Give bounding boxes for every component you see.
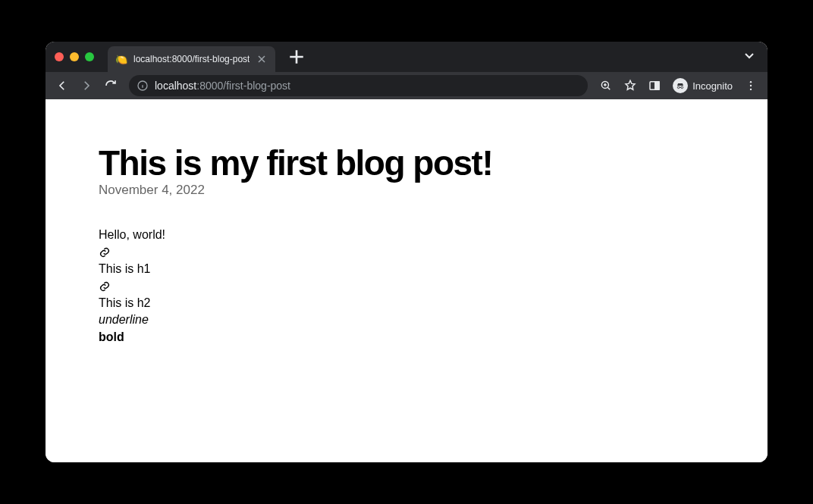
browser-tab[interactable]: 🍋 localhost:8000/first-blog-post bbox=[108, 46, 275, 72]
post-line-h2: This is h2 bbox=[99, 295, 714, 311]
svg-point-5 bbox=[681, 86, 683, 89]
titlebar: 🍋 localhost:8000/first-blog-post bbox=[46, 42, 767, 72]
post-title: This is my first blog post! bbox=[99, 145, 714, 181]
close-window-button[interactable] bbox=[55, 52, 64, 61]
post-line-bold: bold bbox=[99, 329, 714, 346]
new-tab-button[interactable] bbox=[286, 46, 307, 67]
post-line-hello: Hello, world! bbox=[99, 227, 714, 243]
url-text: localhost:8000/first-blog-post bbox=[155, 80, 580, 92]
url-port: :8000 bbox=[196, 80, 223, 92]
browser-window: 🍋 localhost:8000/first-blog-post bbox=[46, 42, 767, 462]
site-info-icon[interactable] bbox=[137, 80, 149, 92]
svg-point-4 bbox=[678, 86, 680, 89]
incognito-label: Incognito bbox=[692, 80, 733, 92]
svg-point-8 bbox=[750, 89, 752, 90]
url-path: /first-blog-post bbox=[223, 80, 290, 92]
window-dropdown-button[interactable] bbox=[740, 46, 758, 67]
back-button[interactable] bbox=[52, 75, 73, 96]
post-line-h1: This is h1 bbox=[99, 261, 714, 277]
page-content[interactable]: This is my first blog post! November 4, … bbox=[46, 99, 767, 462]
post-body: Hello, world! This is h1 This is h2 unde… bbox=[99, 227, 714, 346]
svg-rect-3 bbox=[655, 82, 659, 90]
anchor-link-icon[interactable] bbox=[99, 244, 714, 261]
minimize-window-button[interactable] bbox=[70, 52, 79, 61]
incognito-icon bbox=[673, 78, 688, 93]
post-line-underline: underline bbox=[99, 311, 714, 328]
zoom-icon[interactable] bbox=[595, 75, 617, 96]
bookmark-icon[interactable] bbox=[620, 75, 641, 96]
close-tab-button[interactable] bbox=[256, 53, 268, 65]
maximize-window-button[interactable] bbox=[85, 52, 94, 61]
anchor-link-icon[interactable] bbox=[99, 277, 714, 294]
post-date: November 4, 2022 bbox=[99, 183, 714, 198]
svg-point-6 bbox=[750, 81, 752, 83]
reload-button[interactable] bbox=[100, 75, 121, 96]
url-host: localhost bbox=[155, 80, 196, 92]
tab-title: localhost:8000/first-blog-post bbox=[133, 54, 250, 64]
tab-favicon: 🍋 bbox=[115, 53, 127, 65]
address-bar[interactable]: localhost:8000/first-blog-post bbox=[129, 75, 588, 96]
forward-button[interactable] bbox=[76, 75, 97, 96]
traffic-lights bbox=[55, 52, 94, 61]
toolbar: localhost:8000/first-blog-post Incognito bbox=[46, 72, 767, 99]
svg-point-7 bbox=[750, 85, 752, 86]
incognito-badge[interactable]: Incognito bbox=[668, 78, 737, 93]
menu-button[interactable] bbox=[740, 75, 761, 96]
side-panel-icon[interactable] bbox=[644, 75, 665, 96]
